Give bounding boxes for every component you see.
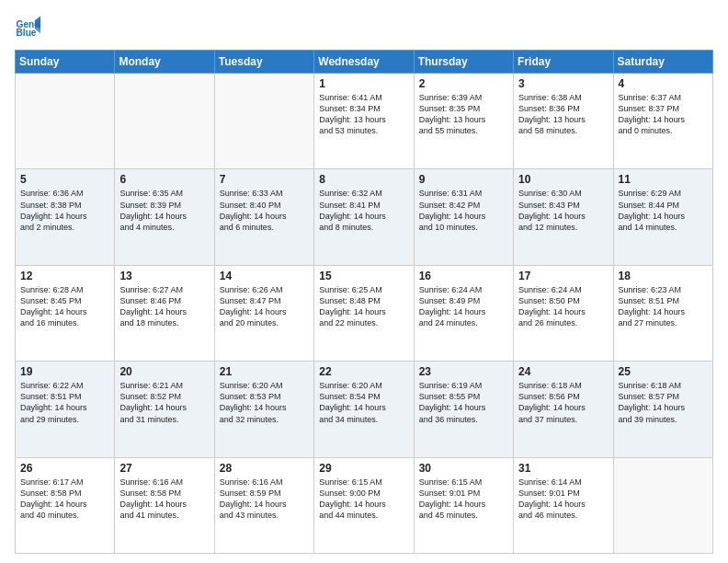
header-cell-monday: Monday xyxy=(115,51,214,74)
calendar-cell: 1Sunrise: 6:41 AM Sunset: 8:34 PM Daylig… xyxy=(314,74,414,169)
cell-info: Sunrise: 6:35 AM Sunset: 8:39 PM Dayligh… xyxy=(119,188,209,233)
header-cell-tuesday: Tuesday xyxy=(214,51,313,74)
day-number: 22 xyxy=(319,365,408,378)
day-number: 15 xyxy=(319,270,408,282)
cell-info: Sunrise: 6:27 AM Sunset: 8:46 PM Dayligh… xyxy=(119,284,209,329)
cell-info: Sunrise: 6:20 AM Sunset: 8:54 PM Dayligh… xyxy=(319,380,408,425)
day-number: 17 xyxy=(518,270,608,282)
cell-info: Sunrise: 6:30 AM Sunset: 8:43 PM Dayligh… xyxy=(518,188,608,233)
calendar-cell: 16Sunrise: 6:24 AM Sunset: 8:49 PM Dayli… xyxy=(414,265,513,361)
cell-info: Sunrise: 6:20 AM Sunset: 8:53 PM Dayligh… xyxy=(220,380,309,425)
day-number: 18 xyxy=(619,270,708,282)
day-number: 4 xyxy=(619,77,708,90)
calendar-week-row: 12Sunrise: 6:28 AM Sunset: 8:45 PM Dayli… xyxy=(16,265,713,361)
calendar-week-row: 19Sunrise: 6:22 AM Sunset: 8:51 PM Dayli… xyxy=(16,362,713,457)
cell-info: Sunrise: 6:18 AM Sunset: 8:57 PM Dayligh… xyxy=(619,380,708,425)
cell-info: Sunrise: 6:38 AM Sunset: 8:36 PM Dayligh… xyxy=(518,92,608,137)
logo: General Blue xyxy=(15,15,44,40)
cell-info: Sunrise: 6:16 AM Sunset: 8:59 PM Dayligh… xyxy=(220,477,309,522)
calendar-cell: 2Sunrise: 6:39 AM Sunset: 8:35 PM Daylig… xyxy=(414,74,513,169)
day-number: 5 xyxy=(20,173,109,186)
day-number: 29 xyxy=(319,462,408,475)
calendar-week-row: 26Sunrise: 6:17 AM Sunset: 8:58 PM Dayli… xyxy=(16,457,713,553)
header-cell-saturday: Saturday xyxy=(613,51,712,74)
day-number: 16 xyxy=(419,270,508,282)
cell-info: Sunrise: 6:15 AM Sunset: 9:01 PM Dayligh… xyxy=(419,477,508,522)
cell-info: Sunrise: 6:23 AM Sunset: 8:51 PM Dayligh… xyxy=(619,284,708,329)
cell-info: Sunrise: 6:41 AM Sunset: 8:34 PM Dayligh… xyxy=(319,92,408,137)
calendar-body: 1Sunrise: 6:41 AM Sunset: 8:34 PM Daylig… xyxy=(16,74,713,554)
calendar-cell: 24Sunrise: 6:18 AM Sunset: 8:56 PM Dayli… xyxy=(514,362,613,457)
day-number: 20 xyxy=(119,365,209,378)
calendar-cell: 19Sunrise: 6:22 AM Sunset: 8:51 PM Dayli… xyxy=(16,362,115,457)
day-number: 26 xyxy=(20,462,109,475)
day-number: 11 xyxy=(619,173,708,186)
calendar-cell: 4Sunrise: 6:37 AM Sunset: 8:37 PM Daylig… xyxy=(613,74,712,169)
cell-info: Sunrise: 6:25 AM Sunset: 8:48 PM Dayligh… xyxy=(319,284,408,329)
cell-info: Sunrise: 6:24 AM Sunset: 8:49 PM Dayligh… xyxy=(419,284,508,329)
calendar-cell: 7Sunrise: 6:33 AM Sunset: 8:40 PM Daylig… xyxy=(214,169,313,265)
day-number: 28 xyxy=(220,462,309,475)
cell-info: Sunrise: 6:32 AM Sunset: 8:41 PM Dayligh… xyxy=(319,188,408,233)
calendar-cell xyxy=(115,74,214,169)
day-number: 8 xyxy=(319,173,408,186)
day-number: 14 xyxy=(220,270,309,282)
logo-icon: General Blue xyxy=(15,15,40,40)
calendar-cell: 5Sunrise: 6:36 AM Sunset: 8:38 PM Daylig… xyxy=(16,169,115,265)
page: General Blue SundayMondayTuesdayWednesda… xyxy=(0,0,728,563)
header: General Blue xyxy=(15,15,713,40)
svg-text:Blue: Blue xyxy=(17,28,37,38)
calendar-cell: 21Sunrise: 6:20 AM Sunset: 8:53 PM Dayli… xyxy=(214,362,313,457)
calendar-cell: 3Sunrise: 6:38 AM Sunset: 8:36 PM Daylig… xyxy=(514,74,613,169)
cell-info: Sunrise: 6:36 AM Sunset: 8:38 PM Dayligh… xyxy=(20,188,109,233)
calendar-cell: 22Sunrise: 6:20 AM Sunset: 8:54 PM Dayli… xyxy=(314,362,414,457)
day-number: 31 xyxy=(518,462,608,475)
day-number: 3 xyxy=(518,77,608,90)
day-number: 2 xyxy=(419,77,508,90)
calendar-week-row: 1Sunrise: 6:41 AM Sunset: 8:34 PM Daylig… xyxy=(16,74,713,169)
header-cell-sunday: Sunday xyxy=(16,51,115,74)
day-number: 6 xyxy=(119,173,209,186)
day-number: 27 xyxy=(119,462,209,475)
day-number: 23 xyxy=(419,365,508,378)
calendar-cell: 30Sunrise: 6:15 AM Sunset: 9:01 PM Dayli… xyxy=(414,457,513,553)
cell-info: Sunrise: 6:39 AM Sunset: 8:35 PM Dayligh… xyxy=(419,92,508,137)
cell-info: Sunrise: 6:18 AM Sunset: 8:56 PM Dayligh… xyxy=(518,380,608,425)
day-number: 10 xyxy=(518,173,608,186)
cell-info: Sunrise: 6:21 AM Sunset: 8:52 PM Dayligh… xyxy=(119,380,209,425)
calendar-cell: 10Sunrise: 6:30 AM Sunset: 8:43 PM Dayli… xyxy=(514,169,613,265)
header-cell-thursday: Thursday xyxy=(414,51,513,74)
day-number: 1 xyxy=(319,77,408,90)
calendar-cell: 27Sunrise: 6:16 AM Sunset: 8:58 PM Dayli… xyxy=(115,457,214,553)
calendar-cell: 25Sunrise: 6:18 AM Sunset: 8:57 PM Dayli… xyxy=(613,362,712,457)
day-number: 25 xyxy=(619,365,708,378)
day-number: 30 xyxy=(419,462,508,475)
cell-info: Sunrise: 6:14 AM Sunset: 9:01 PM Dayligh… xyxy=(518,477,608,522)
calendar-cell: 9Sunrise: 6:31 AM Sunset: 8:42 PM Daylig… xyxy=(414,169,513,265)
calendar-cell xyxy=(16,74,115,169)
calendar-cell: 6Sunrise: 6:35 AM Sunset: 8:39 PM Daylig… xyxy=(115,169,214,265)
calendar-cell: 28Sunrise: 6:16 AM Sunset: 8:59 PM Dayli… xyxy=(214,457,313,553)
cell-info: Sunrise: 6:26 AM Sunset: 8:47 PM Dayligh… xyxy=(220,284,309,329)
header-cell-wednesday: Wednesday xyxy=(314,51,414,74)
calendar-cell: 23Sunrise: 6:19 AM Sunset: 8:55 PM Dayli… xyxy=(414,362,513,457)
calendar-cell: 12Sunrise: 6:28 AM Sunset: 8:45 PM Dayli… xyxy=(16,265,115,361)
calendar-header-row: SundayMondayTuesdayWednesdayThursdayFrid… xyxy=(16,51,713,74)
calendar-cell: 29Sunrise: 6:15 AM Sunset: 9:00 PM Dayli… xyxy=(314,457,414,553)
cell-info: Sunrise: 6:24 AM Sunset: 8:50 PM Dayligh… xyxy=(518,284,608,329)
calendar-cell: 31Sunrise: 6:14 AM Sunset: 9:01 PM Dayli… xyxy=(514,457,613,553)
calendar-cell xyxy=(214,74,313,169)
calendar-cell: 8Sunrise: 6:32 AM Sunset: 8:41 PM Daylig… xyxy=(314,169,414,265)
calendar-cell: 20Sunrise: 6:21 AM Sunset: 8:52 PM Dayli… xyxy=(115,362,214,457)
cell-info: Sunrise: 6:33 AM Sunset: 8:40 PM Dayligh… xyxy=(220,188,309,233)
cell-info: Sunrise: 6:29 AM Sunset: 8:44 PM Dayligh… xyxy=(619,188,708,233)
calendar-cell: 17Sunrise: 6:24 AM Sunset: 8:50 PM Dayli… xyxy=(514,265,613,361)
cell-info: Sunrise: 6:16 AM Sunset: 8:58 PM Dayligh… xyxy=(119,477,209,522)
day-number: 21 xyxy=(220,365,309,378)
cell-info: Sunrise: 6:15 AM Sunset: 9:00 PM Dayligh… xyxy=(319,477,408,522)
day-number: 13 xyxy=(119,270,209,282)
cell-info: Sunrise: 6:19 AM Sunset: 8:55 PM Dayligh… xyxy=(419,380,508,425)
cell-info: Sunrise: 6:31 AM Sunset: 8:42 PM Dayligh… xyxy=(419,188,508,233)
calendar-table: SundayMondayTuesdayWednesdayThursdayFrid… xyxy=(15,50,713,554)
calendar-cell xyxy=(613,457,712,553)
